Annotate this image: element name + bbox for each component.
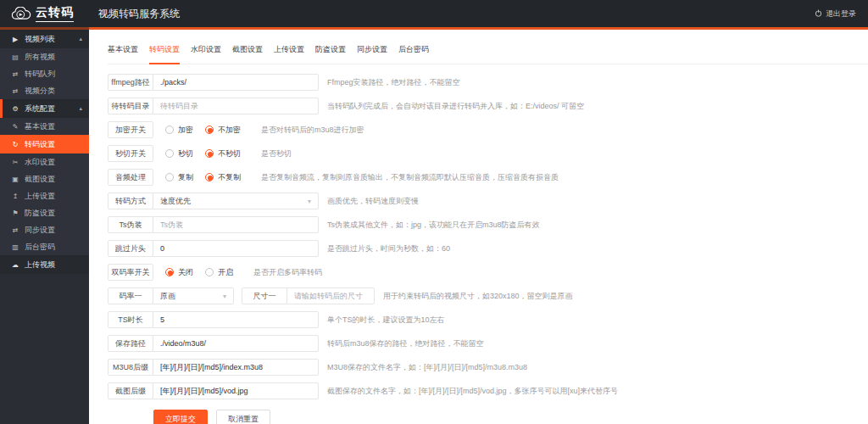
field-hint-skip-intro: 是否跳过片头，时间为秒数，如：60 [327,243,450,254]
quickcut-switch-radio-0[interactable]: 秒切 [165,148,193,159]
encrypt-switch-radio-1[interactable]: 不加密 [205,125,241,136]
transcode-mode-select-value: 速度优先 [160,196,191,207]
logo-text: 云转码 [36,5,74,22]
field-label-ts-disguise: Ts伪装 [108,216,153,233]
sidebar-item-label: 上传设置 [25,191,55,202]
app-logo: 云转码 [0,5,85,22]
radio-label: 不秒切 [218,148,241,159]
screenshot-suffix-input[interactable] [153,382,319,399]
field-hint-screenshot-suffix: 截图保存的文件名字，如：[年]/[月]/[日]/[md5]/vod.jpg，多张… [327,386,618,397]
caret-up-icon: ▴ [79,36,82,42]
sidebar-item-upload-settings[interactable]: ↥上传设置 [0,187,89,204]
sidebar-item-transcode-queue[interactable]: ⇄转码队列 [0,65,89,82]
transcode-mode-control: 速度优先▾ [153,192,319,209]
skip-intro-input[interactable] [153,240,319,257]
field-label-skip-intro: 跳过片头 [108,240,153,257]
field-hint-quickcut-switch: 是否秒切 [261,148,292,159]
transcode-mode-select[interactable]: 速度优先▾ [153,192,319,209]
form-row-ts-duration: TS时长单个TS的时长，建议设置为10左右 [108,311,868,328]
ts-duration-input[interactable] [153,311,319,328]
sidebar-item-label: 防盗设置 [25,208,55,219]
sidebar-item-label: 水印设置 [25,157,55,168]
cloud-logo-icon [10,7,32,21]
sidebar-item-video-list[interactable]: ▶视频列表▴ [0,30,89,48]
field-hint-audio-handling: 是否复制音频流，复制则原音质输出，不复制音频流即默认压缩音质，压缩音质有损音质 [261,172,559,183]
ts-duration-control [153,311,319,328]
tab-watermark[interactable]: 水印设置 [191,42,221,64]
submit-button[interactable]: 立即提交 [153,410,208,424]
bitrate-one-size-input[interactable] [287,287,375,304]
settings-tabs: 基本设置转码设置水印设置截图设置上传设置防盗设置同步设置后台密码 [108,42,868,64]
image-icon: ▣ [10,176,20,183]
sidebar-item-label: 转码队列 [25,69,55,80]
logout-button[interactable]: 退出登录 [815,8,856,20]
quickcut-switch-radio-1[interactable]: 不秒切 [205,148,241,159]
field-label-encrypt-switch: 加密开关 [108,121,153,138]
tab-upload[interactable]: 上传设置 [274,42,304,64]
radio-label: 秒切 [178,148,193,159]
tab-antitheft[interactable]: 防盗设置 [315,42,346,64]
bitrate-one-select[interactable]: 原画▾ [153,287,234,304]
sidebar-item-label: 视频列表 [25,34,55,45]
sidebar-item-basic-settings[interactable]: ✎基本设置 [0,118,89,135]
radio-label: 不加密 [218,125,241,136]
form-row-transcode-mode: 转码方式速度优先▾画质优先，转码速度则变慢 [108,192,868,209]
radio-label: 不复制 [218,172,241,183]
sidebar-item-antitheft-settings[interactable]: ⚑防盗设置 [0,204,89,221]
settings-form: ffmpeg路径Ffmpeg安装路径，绝对路径，不能留空待转码目录当转码队列完成… [108,74,868,399]
sidebar-item-label: 系统配置 [25,103,55,114]
save-path-input[interactable] [153,335,319,352]
sidebar-item-admin-password[interactable]: ▥后台密码 [0,238,89,255]
video-file-icon: ▤ [10,53,20,61]
sidebar-item-system-config[interactable]: ⚙系统配置▴ [0,99,89,118]
ffmpeg-path-control [153,74,319,91]
radio-label: 关闭 [178,267,193,278]
ts-disguise-input[interactable] [153,216,319,233]
field-hint-ffmpeg-path: Ffmpeg安装路径，绝对路径，不能留空 [327,77,460,88]
form-row-bitrate-one: 码率一原画▾尺寸一用于约束转码后的视频尺寸，如320x180，留空则是原画 [108,287,868,304]
tab-password[interactable]: 后台密码 [398,42,429,64]
m3u8-suffix-input[interactable] [153,359,319,376]
field-hint-save-path: 转码后m3u8保存的路径，绝对路径，不能留空 [327,338,484,349]
dual-bitrate-switch-radio-0[interactable]: 关闭 [165,267,193,278]
gear-icon: ⚙ [10,105,20,113]
field-label-screenshot-suffix: 截图后缀 [108,382,153,399]
screenshot-suffix-control [153,382,319,399]
sidebar-item-upload-video[interactable]: ☁上传视频 [0,255,89,274]
sidebar-item-sync-settings[interactable]: ⇄同步设置 [0,221,89,238]
sidebar-item-label: 上传视频 [25,259,55,271]
pending-dir-input[interactable] [153,98,319,114]
radio-selected-icon [165,268,174,276]
encrypt-switch-radio-0[interactable]: 加密 [165,125,193,136]
tab-transcode[interactable]: 转码设置 [149,42,180,64]
field-label-bitrate-one-size: 尺寸一 [242,287,287,304]
form-row-quickcut-switch: 秒切开关秒切不秒切是否秒切 [108,145,868,162]
form-row-encrypt-switch: 加密开关加密不加密是否对转码后的m3u8进行加密 [108,121,868,138]
ffmpeg-path-input[interactable] [153,74,319,91]
tab-basic[interactable]: 基本设置 [108,42,138,64]
field-hint-dual-bitrate-switch: 是否开启多码率转码 [253,267,322,278]
audio-handling-radio-1[interactable]: 不复制 [205,172,241,183]
form-row-skip-intro: 跳过片头是否跳过片头，时间为秒数，如：60 [108,240,868,257]
field-hint-encrypt-switch: 是否对转码后的m3u8进行加密 [261,125,364,136]
sidebar-nav: ▶视频列表▴▤所有视频⇄转码队列⇄视频分类⚙系统配置▴✎基本设置↻转码设置✂水印… [0,30,89,424]
sidebar-item-transcode-settings[interactable]: ↻转码设置 [0,135,89,153]
audio-handling-radio-0[interactable]: 复制 [165,172,193,183]
tab-screenshot[interactable]: 截图设置 [232,42,263,64]
field-label-ts-duration: TS时长 [108,311,153,328]
form-row-ts-disguise: Ts伪装Ts伪装成其他文件，如：jpg，该功能只在开启m3u8防盗后有效 [108,216,868,233]
sidebar-item-all-videos[interactable]: ▤所有视频 [0,48,89,65]
sidebar-item-video-category[interactable]: ⇄视频分类 [0,82,89,99]
sidebar-item-watermark-settings[interactable]: ✂水印设置 [0,153,89,170]
field-label-transcode-mode: 转码方式 [108,192,153,209]
flag-icon: ⚑ [10,209,20,217]
field-hint-ts-disguise: Ts伪装成其他文件，如：jpg，该功能只在开启m3u8防盗后有效 [327,220,540,231]
tab-sync[interactable]: 同步设置 [357,42,387,64]
dual-bitrate-switch-radio-1[interactable]: 开启 [205,267,233,278]
ts-disguise-control [153,216,319,233]
radio-selected-icon [205,126,214,134]
sidebar-item-screenshot-settings[interactable]: ▣截图设置 [0,170,89,187]
m3u8-suffix-control [153,359,319,376]
reset-button[interactable]: 取消重置 [216,410,270,424]
radio-label: 复制 [178,172,193,183]
